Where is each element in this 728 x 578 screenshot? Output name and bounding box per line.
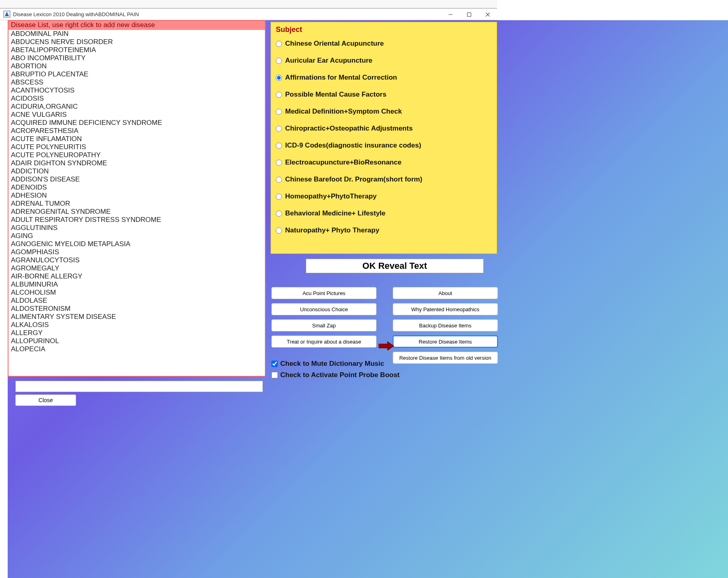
- subject-radio-row[interactable]: Auricular Ear Acupuncture: [276, 57, 492, 65]
- mute-music-label[interactable]: Check to Mute Dictionary Music: [280, 360, 384, 368]
- subject-radio-label[interactable]: Electroacupuncture+BioResonance: [285, 158, 402, 167]
- subject-radio-label[interactable]: ICD-9 Codes(diagnostic insurance codes): [285, 141, 421, 150]
- subject-radio-row[interactable]: Possible Mental Cause Factors: [276, 91, 492, 99]
- disease-list-item[interactable]: ABRUPTIO PLACENTAE: [8, 70, 265, 78]
- disease-list-item[interactable]: AGNOGENIC MYELOID METAPLASIA: [8, 240, 265, 248]
- disease-list-item[interactable]: ADDISON'S DISEASE: [8, 175, 265, 184]
- maximize-button[interactable]: [460, 8, 478, 20]
- mute-music-checkbox[interactable]: [271, 361, 278, 367]
- acu-point-pictures-button[interactable]: Acu Point Pictures: [271, 287, 377, 299]
- disease-list[interactable]: ABDOMINAL PAINABDUCENS NERVE DISORDERABE…: [8, 30, 265, 353]
- disease-list-item[interactable]: ADENOIDS: [8, 184, 265, 192]
- disease-list-item[interactable]: ADHESION: [8, 192, 265, 200]
- disease-list-item[interactable]: AGING: [8, 232, 265, 240]
- disease-list-item[interactable]: ALBUMINURIA: [8, 281, 265, 289]
- disease-list-item[interactable]: ADULT RESPIRATORY DISTRESS SYNDROME: [8, 216, 265, 224]
- disease-list-item[interactable]: ACANTHOCYTOSIS: [8, 86, 265, 95]
- disease-list-item[interactable]: ADRENAL TUMOR: [8, 200, 265, 208]
- subject-radio-row[interactable]: Chiropractic+Osteopathic Adjustments: [276, 124, 492, 133]
- minimize-button[interactable]: [441, 8, 460, 20]
- disease-list-item[interactable]: ALDOSTERONISM: [8, 305, 265, 313]
- subject-radio-label[interactable]: Auricular Ear Acupuncture: [285, 57, 372, 65]
- subject-radio-row[interactable]: Chinese Barefoot Dr. Program(short form): [276, 175, 492, 184]
- subject-radio-label[interactable]: Chinese Barefoot Dr. Program(short form): [285, 175, 422, 184]
- subject-radio-label[interactable]: Naturopathy+ Phyto Therapy: [285, 226, 379, 234]
- disease-list-item[interactable]: ACUTE POLYNEURITIS: [8, 143, 265, 151]
- restore-disease-items-button[interactable]: Restore Disease Items: [393, 335, 497, 348]
- subject-radio[interactable]: [276, 41, 282, 47]
- disease-list-item[interactable]: ABSCESS: [8, 78, 265, 86]
- disease-list-item[interactable]: ADRENOGENITAL SYNDROME: [8, 208, 265, 216]
- about-button[interactable]: About: [393, 287, 497, 299]
- disease-list-item[interactable]: ABO INCOMPATIBILITY: [8, 54, 265, 62]
- disease-list-item[interactable]: ABDOMINAL PAIN: [8, 30, 265, 38]
- disease-list-item[interactable]: ACIDURIA,ORGANIC: [8, 103, 265, 111]
- subject-radio-label[interactable]: Behavioral Medicine+ Lifestyle: [285, 209, 385, 217]
- subject-radio-label[interactable]: Possible Mental Cause Factors: [285, 91, 386, 99]
- subject-radio-label[interactable]: Affirmations for Mental Correction: [285, 74, 397, 82]
- disease-list-item[interactable]: AGRANULOCYTOSIS: [8, 256, 265, 264]
- subject-radio[interactable]: [276, 160, 282, 166]
- disease-list-scroll[interactable]: ABDOMINAL PAINABDUCENS NERVE DISORDERABE…: [8, 30, 265, 376]
- subject-radio-row[interactable]: Medical Definition+Symptom Check: [276, 108, 492, 116]
- ok-reveal-text-button[interactable]: OK Reveal Text: [306, 259, 484, 273]
- action-button-grid: Acu Point Pictures About Unconscious Cho…: [271, 287, 497, 364]
- disease-list-item[interactable]: AIR-BORNE ALLERGY: [8, 272, 265, 281]
- disease-list-item[interactable]: ACUTE INFLAMATION: [8, 135, 265, 143]
- subject-radio[interactable]: [276, 92, 282, 98]
- subject-radio-label[interactable]: Medical Definition+Symptom Check: [285, 108, 402, 116]
- disease-list-item[interactable]: ADAIR DIGHTON SYNDROME: [8, 159, 265, 167]
- subject-radio[interactable]: [276, 228, 282, 234]
- subject-radio-row[interactable]: Behavioral Medicine+ Lifestyle: [276, 209, 492, 217]
- filter-input[interactable]: [15, 381, 263, 392]
- subject-radio-row[interactable]: Affirmations for Mental Correction: [276, 74, 492, 82]
- probe-boost-checkbox[interactable]: [271, 372, 278, 378]
- disease-list-item[interactable]: ALLERGY: [8, 329, 265, 337]
- disease-list-item[interactable]: AGGLUTININS: [8, 224, 265, 232]
- disease-list-item[interactable]: ALCOHOLISM: [8, 289, 265, 297]
- subject-radio[interactable]: [276, 75, 282, 81]
- restore-disease-items-old-button[interactable]: Restore Disease Items from old version: [393, 352, 497, 364]
- subject-group: Subject Chinese Oriental AcupunctureAuri…: [271, 22, 497, 254]
- disease-list-item[interactable]: ADDICTION: [8, 167, 265, 175]
- disease-list-item[interactable]: ALIMENTARY SYSTEM DISEASE: [8, 313, 265, 321]
- close-window-button[interactable]: [478, 8, 497, 20]
- disease-list-item[interactable]: ACQUIRED IMMUNE DEFICIENCY SYNDROME: [8, 119, 265, 127]
- subject-radio[interactable]: [276, 126, 282, 132]
- disease-list-item[interactable]: ALDOLASE: [8, 297, 265, 305]
- treat-or-inquire-button[interactable]: Treat or Inquire about a disease: [271, 335, 377, 348]
- subject-radio[interactable]: [276, 143, 282, 149]
- subject-radio-label[interactable]: Homeopathy+PhytoTherapy: [285, 192, 377, 200]
- subject-radio-row[interactable]: Naturopathy+ Phyto Therapy: [276, 226, 492, 234]
- subject-radio-label[interactable]: Chinese Oriental Acupuncture: [285, 40, 384, 48]
- subject-radio-row[interactable]: Homeopathy+PhytoTherapy: [276, 192, 492, 200]
- svg-rect-3: [468, 13, 471, 16]
- disease-list-item[interactable]: ABDUCENS NERVE DISORDER: [8, 38, 265, 46]
- probe-boost-label[interactable]: Check to Activate Point Probe Boost: [280, 371, 400, 379]
- subject-radio-row[interactable]: Chinese Oriental Acupuncture: [276, 40, 492, 48]
- subject-radio[interactable]: [276, 194, 282, 200]
- disease-list-item[interactable]: ACROPARESTHESIA: [8, 127, 265, 135]
- subject-radio[interactable]: [276, 109, 282, 115]
- disease-list-item[interactable]: ABETALIPOPROTEINEMIA: [8, 46, 265, 54]
- disease-list-item[interactable]: ACIDOSIS: [8, 95, 265, 103]
- subject-radio[interactable]: [276, 211, 282, 217]
- disease-list-item[interactable]: ALKALOSIS: [8, 321, 265, 329]
- disease-list-item[interactable]: AGROMEGALY: [8, 264, 265, 272]
- backup-disease-items-button[interactable]: Backup Disease Items: [393, 319, 497, 331]
- subject-radio-row[interactable]: ICD-9 Codes(diagnostic insurance codes): [276, 141, 492, 150]
- why-patented-homeopathics-button[interactable]: Why Patented Homeopathics: [393, 303, 497, 315]
- disease-list-item[interactable]: ABORTION: [8, 62, 265, 70]
- subject-radio-label[interactable]: Chiropractic+Osteopathic Adjustments: [285, 124, 413, 133]
- disease-list-item[interactable]: ACNE VULGARIS: [8, 111, 265, 119]
- disease-list-item[interactable]: ALLOPURINOL: [8, 337, 265, 345]
- disease-list-item[interactable]: AGOMPHIASIS: [8, 248, 265, 256]
- unconscious-choice-button[interactable]: Unconscious Choice: [271, 303, 377, 315]
- subject-radio[interactable]: [276, 58, 282, 64]
- outer-top-border: [0, 0, 497, 8]
- small-zap-button[interactable]: Small Zap: [271, 319, 377, 331]
- subject-radio-row[interactable]: Electroacupuncture+BioResonance: [276, 158, 492, 167]
- subject-radio[interactable]: [276, 177, 282, 183]
- disease-list-item[interactable]: ACUTE POLYNEUROPATHY: [8, 151, 265, 159]
- disease-list-item[interactable]: ALOPECIA: [8, 345, 265, 353]
